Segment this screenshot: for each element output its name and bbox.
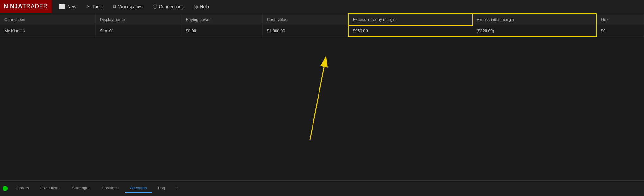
tab-orders-label: Orders	[16, 186, 29, 190]
tab-strategies-label: Strategies	[72, 186, 90, 190]
tab-add-button[interactable]: +	[171, 184, 181, 193]
cell-buying-power: $0.00	[181, 25, 262, 37]
cell-connection: My Kinetick	[0, 25, 96, 37]
connections-icon: ⬡	[153, 3, 157, 9]
menu-help-label: Help	[200, 4, 209, 9]
tools-icon: ✂	[86, 3, 90, 9]
col-header-excess-intraday: Excess intraday margin	[348, 14, 472, 25]
menu-workspaces[interactable]: ⧉ Workspaces	[108, 0, 148, 13]
menu-tools-label: Tools	[92, 4, 103, 9]
arrow-annotation	[285, 51, 348, 133]
help-icon: ◎	[194, 3, 198, 9]
col-header-cash-value: Cash value	[262, 14, 348, 25]
tab-positions[interactable]: Positions	[97, 184, 124, 193]
accounts-table: Connection Display name Buying power Cas…	[0, 13, 644, 37]
tab-orders[interactable]: Orders	[11, 184, 34, 193]
logo-trader: TRADER	[22, 3, 48, 10]
menu-workspaces-label: Workspaces	[118, 4, 143, 9]
cell-excess-intraday: $950.00	[348, 25, 472, 37]
tab-log[interactable]: Log	[153, 184, 170, 193]
annotation-arrow-svg	[285, 51, 342, 140]
table-header-row: Connection Display name Buying power Cas…	[0, 14, 644, 25]
tab-strategies[interactable]: Strategies	[67, 184, 96, 193]
tab-log-label: Log	[158, 186, 165, 190]
logo: NINJATRADER	[0, 0, 52, 13]
menu-connections[interactable]: ⬡ Connections	[148, 0, 189, 13]
table-container: Connection Display name Buying power Cas…	[0, 13, 644, 180]
menu-bar: NINJATRADER ⬜ New ✂ Tools ⧉ Workspaces ⬡…	[0, 0, 644, 13]
cell-gro: $0.	[596, 25, 644, 37]
menu-new[interactable]: ⬜ New	[54, 0, 81, 13]
cell-excess-initial: ($320.00)	[472, 25, 596, 37]
col-header-gro: Gro	[596, 14, 644, 25]
col-header-display-name: Display name	[96, 14, 181, 25]
menu-new-label: New	[67, 4, 76, 9]
svg-line-1	[310, 58, 326, 140]
tab-executions[interactable]: Executions	[35, 184, 66, 193]
workspaces-icon: ⧉	[113, 4, 116, 9]
tab-positions-label: Positions	[102, 186, 119, 190]
menu-connections-label: Connections	[159, 4, 184, 9]
table-row: My Kinetick Sim101 $0.00 $1,000.00 $950.…	[0, 25, 644, 37]
tab-accounts-label: Accounts	[130, 186, 147, 190]
main-content: Connection Display name Buying power Cas…	[0, 13, 644, 196]
tab-accounts[interactable]: Accounts	[125, 184, 152, 193]
col-header-buying-power: Buying power	[181, 14, 262, 25]
tab-bar: Orders Executions Strategies Positions A…	[0, 180, 644, 196]
menu-tools[interactable]: ✂ Tools	[81, 0, 108, 13]
col-header-excess-initial: Excess initial margin	[472, 14, 596, 25]
logo-ninja: NINJA	[4, 3, 22, 10]
tab-executions-label: Executions	[40, 186, 61, 190]
new-icon: ⬜	[59, 3, 65, 9]
cell-cash-value: $1,000.00	[262, 25, 348, 37]
connection-status-dot	[3, 186, 8, 191]
tab-add-icon: +	[175, 185, 178, 191]
menu-help[interactable]: ◎ Help	[189, 0, 214, 13]
col-header-connection: Connection	[0, 14, 96, 25]
cell-display-name: Sim101	[96, 25, 181, 37]
